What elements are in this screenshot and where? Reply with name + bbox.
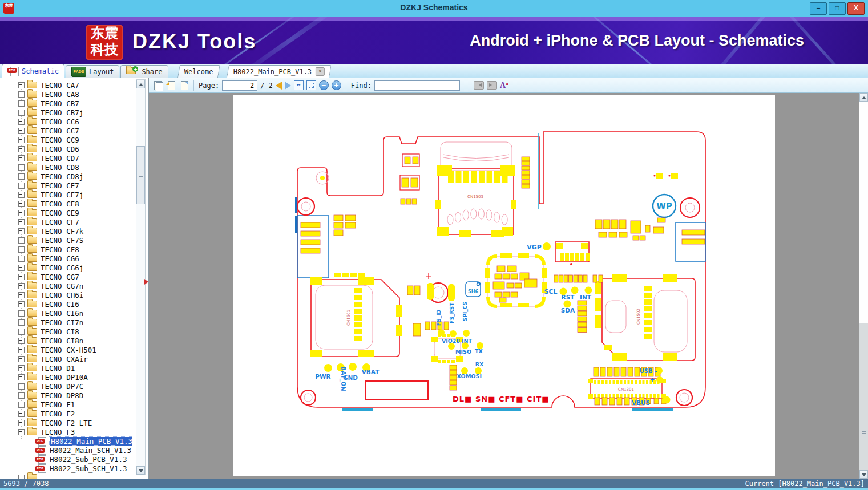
viewer-scrollbar[interactable] (859, 93, 868, 479)
expand-icon[interactable] (18, 265, 25, 271)
match-case-icon[interactable]: Aa (500, 80, 508, 90)
tab-layout[interactable]: PADS Layout (66, 65, 119, 78)
expand-icon[interactable] (18, 100, 25, 107)
prev-view-page-icon[interactable] (165, 80, 176, 91)
sidebar-scrollbar[interactable] (136, 79, 146, 475)
expand-icon[interactable] (18, 338, 25, 344)
expand-icon[interactable] (18, 82, 25, 88)
expand-icon[interactable] (18, 319, 25, 326)
expand-icon[interactable] (18, 475, 25, 479)
sidebar-item-file[interactable]: PDFH8022_Sub_PCB_V1.3 (0, 455, 132, 464)
sidebar-scrollbar-thumb[interactable] (136, 146, 145, 204)
expand-icon[interactable] (18, 374, 25, 380)
sidebar-item-folder[interactable]: TECNO CX-H501 (0, 345, 132, 354)
sidebar-item-folder[interactable]: TECNO CI8 (0, 327, 132, 336)
expand-icon[interactable] (18, 383, 25, 390)
expand-icon[interactable] (18, 128, 25, 134)
scroll-up-icon[interactable] (136, 80, 145, 88)
expand-icon[interactable] (18, 237, 25, 244)
expand-icon[interactable] (18, 392, 25, 399)
sidebar-item-folder[interactable]: TECNO CH6i (0, 290, 132, 299)
splitter-arrow-icon[interactable] (144, 279, 148, 285)
page-input[interactable] (222, 80, 257, 91)
sidebar-item-folder[interactable]: TECNO DP10A (0, 372, 132, 382)
sidebar-item-folder[interactable]: TECNO CE8 (0, 199, 132, 208)
fit-page-icon[interactable] (306, 80, 316, 90)
sidebar-item-folder[interactable]: TECNO CG6 (0, 254, 132, 263)
expand-icon[interactable] (18, 201, 25, 207)
expand-icon[interactable] (18, 420, 25, 426)
sidebar-item-folder[interactable]: TECNO CD7 (0, 153, 132, 163)
expand-icon[interactable] (18, 173, 25, 180)
sidebar-item-folder[interactable]: TECNO CE9 (0, 208, 132, 217)
expand-icon[interactable] (18, 402, 25, 408)
sidebar-item-folder[interactable] (0, 473, 132, 479)
sidebar-item-folder[interactable]: TECNO CF7k (0, 226, 132, 236)
fit-width-icon[interactable]: ↔ (294, 80, 304, 90)
zoom-out-icon[interactable] (319, 80, 329, 90)
sidebar-item-folder[interactable]: TECNO CB7j (0, 108, 132, 117)
expand-icon[interactable] (18, 137, 25, 143)
sidebar-item-folder[interactable]: TECNO DP7C (0, 382, 132, 391)
expand-icon[interactable] (18, 292, 25, 298)
collapse-icon[interactable] (18, 429, 25, 435)
expand-icon[interactable] (18, 329, 25, 335)
viewer-scroll-down-icon[interactable] (859, 470, 868, 479)
sidebar-item-folder[interactable]: TECNO CG7 (0, 272, 132, 281)
document-canvas[interactable]: CN1503 CN1501 CN1502 (149, 93, 859, 479)
sidebar-item-folder[interactable]: TECNO CD8j (0, 172, 132, 181)
expand-icon[interactable] (18, 274, 25, 280)
expand-icon[interactable] (18, 365, 25, 371)
scroll-down-icon[interactable] (136, 466, 145, 475)
sidebar-item-folder[interactable]: TECNO CB7 (0, 99, 132, 108)
sidebar-item-folder[interactable]: TECNO CI8n (0, 336, 132, 345)
expand-icon[interactable] (18, 91, 25, 98)
next-page-icon[interactable] (285, 82, 291, 90)
sidebar-item-folder[interactable]: TECNO CC6 (0, 117, 132, 126)
viewer-scrollbar-track[interactable] (859, 323, 868, 470)
expand-icon[interactable] (18, 310, 25, 317)
expand-icon[interactable] (18, 183, 25, 189)
sidebar-item-folder[interactable]: TECNO CI6n (0, 309, 132, 318)
sidebar-item-folder[interactable]: TECNO F3 (0, 427, 132, 436)
expand-icon[interactable] (18, 210, 25, 216)
zoom-in-icon[interactable] (332, 80, 341, 90)
sidebar-item-folder[interactable]: TECNO D1 (0, 363, 132, 372)
sidebar-item-file[interactable]: PDFH8022_Sub_SCH_V1.3 (0, 464, 132, 473)
sidebar-item-folder[interactable]: TECNO F2 (0, 409, 132, 418)
sidebar-item-folder[interactable]: TECNO CG7n (0, 281, 132, 290)
doc-tab-welcome[interactable]: Welcome (177, 65, 220, 78)
sidebar-item-folder[interactable]: TECNO CC7 (0, 126, 132, 135)
sidebar-item-folder[interactable]: TECNO CD6 (0, 144, 132, 153)
copy-page-icon[interactable] (152, 80, 163, 91)
expand-icon[interactable] (18, 347, 25, 353)
expand-icon[interactable] (18, 283, 25, 289)
expand-icon[interactable] (18, 301, 25, 307)
find-previous-icon[interactable] (474, 81, 484, 90)
prev-page-icon[interactable] (276, 82, 282, 90)
sidebar-item-folder[interactable]: TECNO CA7 (0, 80, 132, 90)
tab-schematic[interactable]: PDF Schematic (2, 64, 64, 78)
sidebar-item-file[interactable]: PDFH8022_Main_SCH_V1.3 (0, 446, 132, 455)
tab-share[interactable]: Share (120, 65, 168, 78)
sidebar-item-folder[interactable]: TECNO CI6 (0, 299, 132, 309)
doc-tab-main[interactable]: H8022_Main_PCB_V1.3 × (227, 65, 332, 78)
sidebar-item-folder[interactable]: TECNO CA8 (0, 90, 132, 99)
expand-icon[interactable] (18, 256, 25, 262)
viewer-scroll-up-icon[interactable] (859, 93, 868, 102)
sidebar-item-folder[interactable]: TECNO DP8D (0, 391, 132, 400)
expand-icon[interactable] (18, 228, 25, 234)
expand-icon[interactable] (18, 356, 25, 362)
sidebar-item-folder[interactable]: TECNO F2 LTE (0, 418, 132, 427)
doc-tab-close-icon[interactable]: × (316, 67, 325, 76)
close-button[interactable]: X (847, 2, 865, 15)
find-input[interactable] (374, 80, 460, 91)
find-next-icon[interactable] (487, 81, 497, 90)
sidebar-item-folder[interactable]: TECNO CE7 (0, 181, 132, 190)
expand-icon[interactable] (18, 411, 25, 417)
viewer-scrollbar-thumb[interactable] (859, 102, 868, 323)
expand-icon[interactable] (18, 119, 25, 125)
sidebar-item-file[interactable]: PDFH8022_Main_PCB_V1.3 (0, 436, 132, 446)
sidebar-item-folder[interactable]: TECNO F1 (0, 400, 132, 409)
sidebar-item-folder[interactable]: TECNO CXAir (0, 354, 132, 363)
